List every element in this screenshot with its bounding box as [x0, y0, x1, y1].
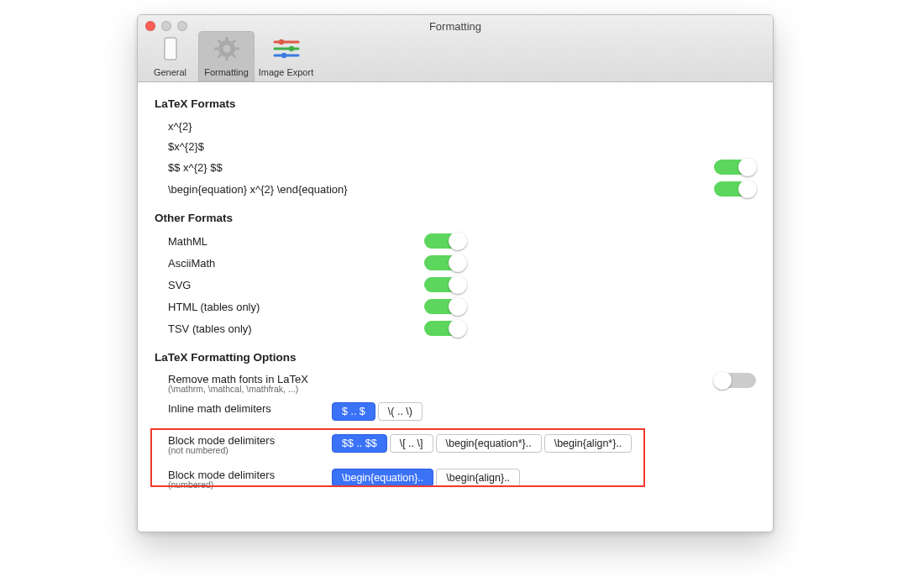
preferences-window: Formatting General: [137, 14, 774, 532]
section-title-other-formats: Other Formats: [155, 212, 756, 224]
format-row: $$ x^{2} $$: [155, 156, 756, 178]
segmented-inline-delims: $ .. $ \( .. \): [332, 402, 423, 421]
svg-rect-3: [225, 37, 228, 41]
svg-rect-5: [214, 48, 218, 50]
option-row-block-numbered: Block mode delimiters (numbered) \begin{…: [155, 465, 756, 495]
toolbar-label: Formatting: [204, 67, 249, 77]
svg-point-16: [281, 53, 286, 58]
option-row-block-unnumbered: Block mode delimiters (not numbered) $$ …: [155, 431, 756, 460]
toggle-svg[interactable]: [424, 277, 466, 292]
seg-block-dollar[interactable]: $$ .. $$: [332, 434, 387, 453]
toggle-tsv-tables[interactable]: [424, 321, 466, 336]
svg-point-2: [223, 45, 230, 53]
option-label: Inline math delimiters: [168, 402, 271, 415]
seg-block-bracket[interactable]: \[ .. \]: [390, 434, 433, 453]
format-row: SVG: [155, 274, 756, 296]
format-row: MathML: [155, 230, 756, 252]
format-row: $x^{2}$: [155, 136, 756, 156]
toolbar-tab-general[interactable]: General: [142, 31, 198, 81]
format-label: SVG: [168, 279, 191, 291]
document-icon: [155, 34, 186, 63]
format-label: x^{2}: [168, 120, 192, 133]
option-hint: (\mathrm, \mathcal, \mathfrak, ...): [168, 384, 308, 394]
format-label: HTML (tables only): [168, 301, 260, 313]
seg-inline-dollar[interactable]: $ .. $: [332, 402, 375, 421]
svg-rect-4: [225, 56, 228, 60]
option-row: Remove math fonts in LaTeX (\mathrm, \ma…: [155, 369, 756, 399]
format-row: TSV (tables only): [155, 317, 756, 339]
toolbar-tab-image-export[interactable]: Image Export: [255, 31, 318, 81]
seg-block-eqn[interactable]: \begin{equation}..: [332, 469, 433, 487]
toggle-asciimath[interactable]: [424, 255, 466, 270]
format-row: x^{2}: [155, 116, 756, 136]
toggle-remove-fonts[interactable]: [714, 373, 756, 388]
format-label: TSV (tables only): [168, 322, 252, 335]
segmented-block-numbered: \begin{equation}.. \begin{align}..: [332, 469, 520, 487]
toggle-mathml[interactable]: [424, 233, 466, 249]
format-label: MathML: [168, 235, 207, 248]
format-row: AsciiMath: [155, 252, 756, 274]
svg-point-14: [278, 39, 283, 45]
toolbar: General Formatting: [142, 31, 318, 81]
seg-block-align[interactable]: \begin{align}..: [436, 469, 520, 487]
format-label: AsciiMath: [168, 257, 215, 270]
format-row: \begin{equation} x^{2} \end{equation}: [155, 178, 756, 200]
gear-icon: [212, 34, 242, 63]
seg-block-eqnstar[interactable]: \begin{equation*}..: [436, 434, 542, 453]
sliders-icon: [271, 34, 302, 63]
toggle-begin-equation[interactable]: [714, 181, 756, 197]
toolbar-tab-formatting[interactable]: Formatting: [198, 31, 255, 81]
svg-rect-6: [235, 48, 239, 50]
toolbar-label: Image Export: [259, 67, 313, 77]
svg-point-15: [288, 46, 293, 51]
toggle-display-dollar[interactable]: [714, 160, 756, 175]
svg-rect-0: [165, 38, 176, 60]
toggle-html-tables[interactable]: [424, 299, 466, 314]
content-area: LaTeX Formats x^{2} $x^{2}$ $$ x^{2} $$ …: [138, 82, 773, 532]
segmented-block-unnumbered: $$ .. $$ \[ .. \] \begin{equation*}.. \b…: [332, 434, 632, 453]
format-label: $x^{2}$: [168, 140, 204, 153]
section-title-latex-formats: LaTeX Formats: [155, 97, 756, 110]
format-row: HTML (tables only): [155, 296, 756, 317]
seg-inline-paren[interactable]: \( .. \): [378, 402, 423, 421]
option-row-inline: Inline math delimiters $ .. $ \( .. \): [155, 399, 756, 424]
toolbar-label: General: [154, 67, 186, 77]
seg-block-alignstar[interactable]: \begin{align*}..: [544, 434, 633, 453]
section-title-latex-options: LaTeX Formatting Options: [155, 351, 756, 364]
format-label: \begin{equation} x^{2} \end{equation}: [168, 183, 348, 196]
titlebar: Formatting General: [138, 15, 773, 82]
format-label: $$ x^{2} $$: [168, 161, 223, 174]
